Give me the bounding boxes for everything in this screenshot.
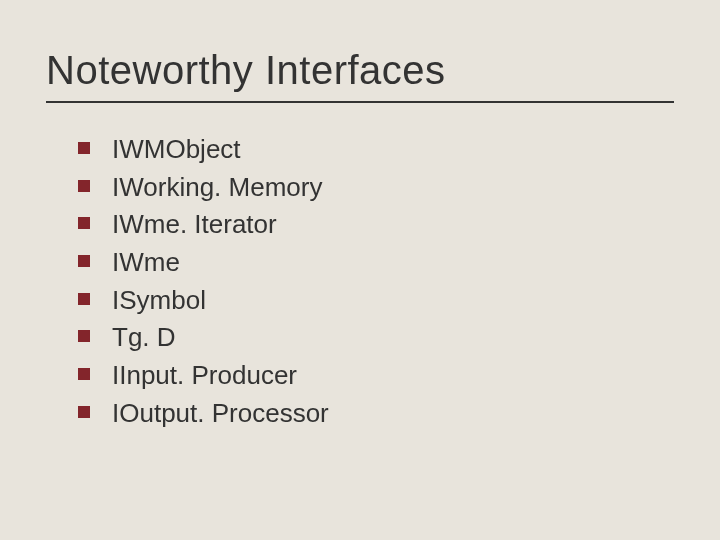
list-item: IWme. Iterator [78,206,674,244]
list-item-label: Tg. D [112,322,176,352]
list-item-label: IWme [112,247,180,277]
list-item-label: IWorking. Memory [112,172,322,202]
list-item: Tg. D [78,319,674,357]
list-item-label: ISymbol [112,285,206,315]
slide: Noteworthy Interfaces IWMObject IWorking… [0,0,720,540]
list-item-label: IOutput. Processor [112,398,329,428]
list-item: IWme [78,244,674,282]
list-item-label: IWme. Iterator [112,209,277,239]
list-item-label: IWMObject [112,134,241,164]
bullet-list: IWMObject IWorking. Memory IWme. Iterato… [46,131,674,433]
list-item: IWMObject [78,131,674,169]
list-item: IOutput. Processor [78,395,674,433]
list-item-label: IInput. Producer [112,360,297,390]
list-item: IWorking. Memory [78,169,674,207]
list-item: IInput. Producer [78,357,674,395]
list-item: ISymbol [78,282,674,320]
slide-title: Noteworthy Interfaces [46,48,674,93]
title-underline [46,101,674,103]
